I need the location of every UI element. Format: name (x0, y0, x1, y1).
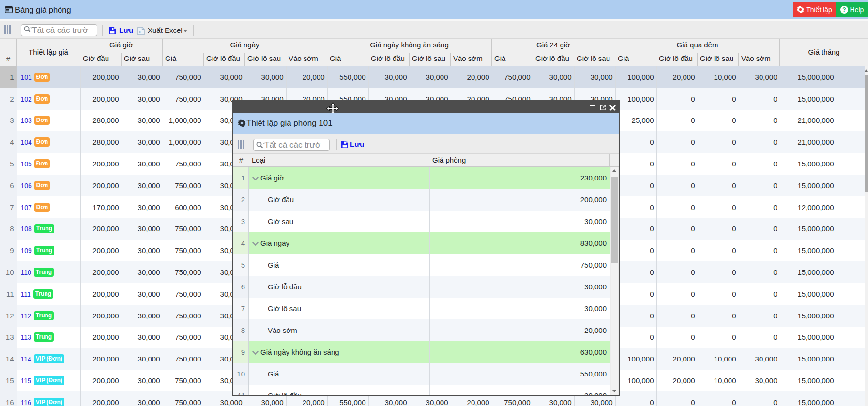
svg-text:x: x (139, 30, 141, 34)
svg-text:?: ? (842, 6, 846, 13)
